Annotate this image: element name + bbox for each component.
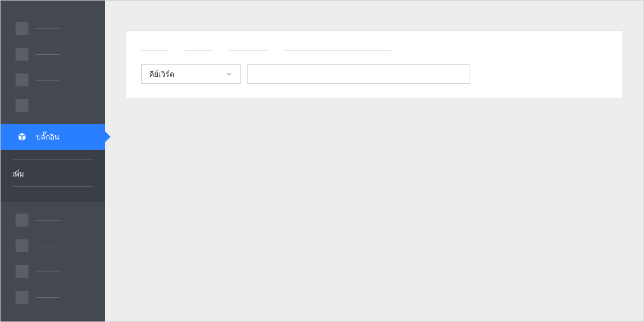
filter-row: คีย์เวิร์ด [141, 64, 608, 84]
chevron-down-icon [225, 70, 233, 78]
tab-placeholder[interactable] [229, 50, 268, 50]
nav-label-placeholder [36, 272, 60, 272]
nav-icon-placeholder [16, 74, 28, 86]
nav-icon-placeholder [16, 48, 28, 61]
select-label: คีย์เวิร์ด [149, 68, 174, 80]
nav-icon-placeholder [16, 265, 28, 278]
main-content: คีย์เวิร์ด [105, 1, 643, 321]
nav-item-placeholder[interactable] [1, 16, 105, 41]
nav-item-plugins[interactable]: ปลั๊กอิน [1, 124, 105, 150]
nav-item-placeholder[interactable] [1, 233, 105, 259]
nav-item-placeholder[interactable] [1, 284, 105, 310]
nav-item-placeholder[interactable] [1, 259, 105, 284]
nav-item-placeholder[interactable] [1, 67, 105, 93]
nav-icon-placeholder [16, 239, 28, 252]
nav-icon-placeholder [16, 99, 28, 112]
nav-label-placeholder [36, 246, 60, 246]
tab-row [141, 46, 608, 50]
nav-label-placeholder [36, 54, 60, 55]
nav-icon-placeholder [16, 291, 28, 304]
submenu-divider [12, 186, 93, 187]
tab-placeholder[interactable] [141, 50, 169, 50]
filter-panel: คีย์เวิร์ด [126, 30, 623, 98]
nav-icon-placeholder [16, 22, 28, 35]
nav-label-plugins: ปลั๊กอิน [36, 131, 60, 143]
submenu-item-add[interactable]: เพิ่ม [12, 164, 93, 182]
nav-label-placeholder [36, 297, 60, 298]
filter-type-select[interactable]: คีย์เวิร์ด [141, 64, 241, 84]
submenu-divider [12, 159, 93, 160]
plugin-icon [16, 130, 28, 143]
nav-label-placeholder [36, 220, 60, 221]
nav-item-placeholder[interactable] [1, 207, 105, 233]
tab-placeholder[interactable] [284, 50, 391, 50]
nav-item-placeholder[interactable] [1, 41, 105, 67]
tab-placeholder[interactable] [185, 50, 213, 50]
submenu: เพิ่ม [1, 150, 105, 202]
sidebar: ปลั๊กอิน เพิ่ม [1, 1, 105, 321]
search-input[interactable] [247, 64, 470, 84]
nav-item-placeholder[interactable] [1, 93, 105, 119]
nav-label-placeholder [36, 80, 60, 80]
nav-label-placeholder [36, 106, 60, 106]
nav-icon-placeholder [16, 214, 28, 226]
nav-label-placeholder [36, 28, 60, 29]
